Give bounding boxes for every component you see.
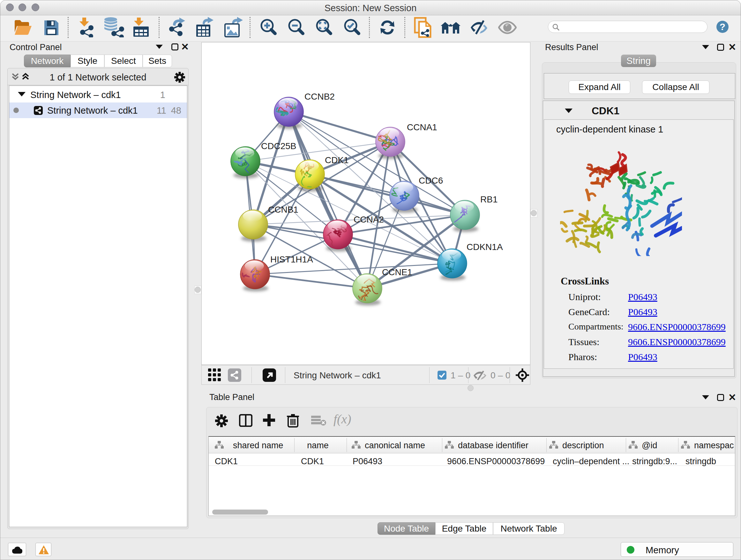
svg-text:RB1: RB1: [480, 194, 497, 204]
svg-text:CCNA1: CCNA1: [407, 122, 437, 132]
svg-text:CCNB1: CCNB1: [268, 205, 298, 214]
svg-text:CCNA2: CCNA2: [354, 214, 384, 225]
svg-text:CDKN1A: CDKN1A: [467, 242, 503, 252]
svg-text:CDK1: CDK1: [325, 155, 349, 165]
svg-text:CDC6: CDC6: [419, 176, 443, 186]
svg-text:HIST1H1A: HIST1H1A: [270, 254, 313, 264]
svg-text:CCNB2: CCNB2: [305, 91, 335, 102]
svg-text:CCNE1: CCNE1: [382, 267, 412, 277]
svg-text:CDC25B: CDC25B: [261, 141, 296, 151]
